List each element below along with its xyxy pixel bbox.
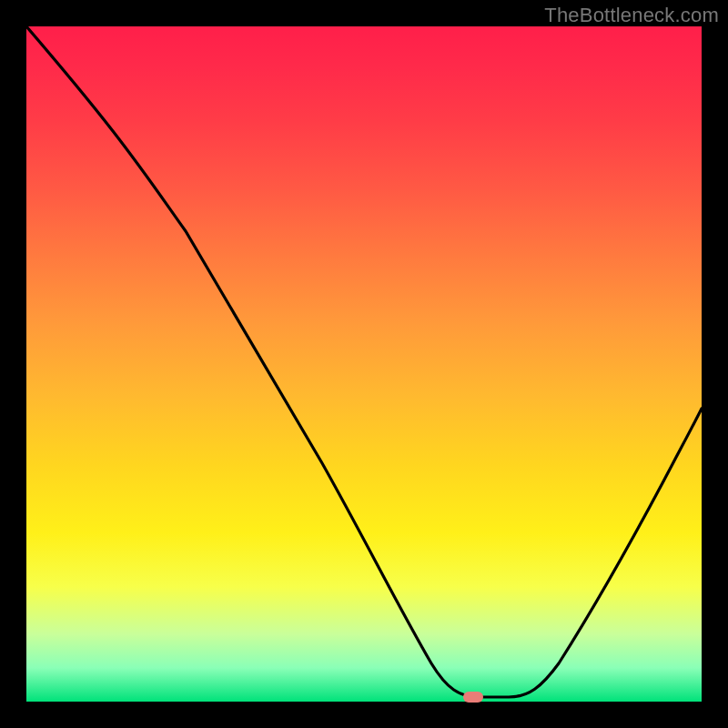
chart-stage: TheBottleneck.com bbox=[0, 0, 728, 728]
bottleneck-curve bbox=[26, 26, 702, 702]
trough-marker bbox=[463, 692, 483, 703]
watermark-text: TheBottleneck.com bbox=[544, 4, 719, 27]
